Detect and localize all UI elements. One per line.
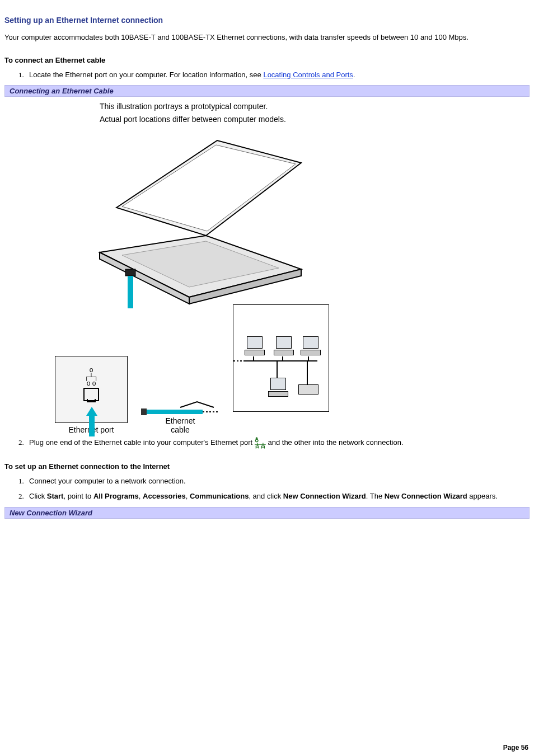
step-locate-port: Locate the Ethernet port on your compute… [26,70,530,80]
step-text: Locate the Ethernet port on your compute… [29,71,263,79]
ethernet-icon: o┌┴┐o o [84,367,99,387]
step-text-post: and the other into the network connectio… [268,438,403,447]
bold-all-programs: All Programs [93,492,139,500]
svg-rect-6 [125,269,135,276]
cable-arrow-icon [81,406,103,439]
t: , [186,492,190,500]
t: appears. [467,492,498,500]
figure-caption-new-connection-wizard: New Connection Wizard [4,507,530,519]
illustration-note-2: Actual port locations differ between com… [100,114,286,125]
step-plug-cable: Plug one end of the Ethernet cable into … [26,438,530,449]
svg-marker-7 [86,407,97,416]
bold-start: Start [47,492,64,500]
ethernet-jack-icon [83,388,99,401]
step-text: Plug one end of the Ethernet cable into … [29,438,255,447]
network-panel [233,304,329,412]
illustration-note-1: This illustration portrays a prototypica… [100,101,286,112]
bold-new-connection-wizard-2: New Connection Wizard [385,492,467,500]
laptop-illustration [4,129,530,310]
bold-new-connection-wizard: New Connection Wizard [283,492,366,500]
section-heading-connect-cable: To connect an Ethernet cable [4,56,530,64]
ethernet-cable-label-1: Ethernet [166,416,195,425]
t: , point to [63,492,93,500]
step-new-connection-wizard: Click Start, point to All Programs, Acce… [26,491,530,501]
ethernet-port-panel: o┌┴┐o o [55,356,128,423]
intro-paragraph: Your computer accommodates both 10BASE-T… [4,32,530,43]
page-title: Setting up an Ethernet Internet connecti… [4,16,530,25]
link-locating-controls[interactable]: Locating Controls and Ports [263,71,353,79]
figure-detail-row: o┌┴┐o o Ethernet port Ethernet cable [4,304,530,434]
figure-caption-ethernet-cable: Connecting an Ethernet Cable [4,85,530,97]
network-lines-icon [233,305,329,411]
t: , and click [249,492,283,500]
step-text-post: . [353,71,355,79]
ethernet-cable-label-2: cable [171,425,189,434]
bold-accessories: Accessories [143,492,186,500]
section-heading-setup-internet: To set up an Ethernet connection to the … [4,462,530,471]
step-connect-network: Connect your computer to a network conne… [26,476,530,486]
t: . The [366,492,385,500]
cable-horizontal-icon [141,392,219,416]
ethernet-inline-icon: ♁古古 [255,438,266,449]
svg-rect-8 [141,408,147,415]
t: Click [29,492,47,500]
t: , [139,492,143,500]
bold-communications: Communications [190,492,249,500]
